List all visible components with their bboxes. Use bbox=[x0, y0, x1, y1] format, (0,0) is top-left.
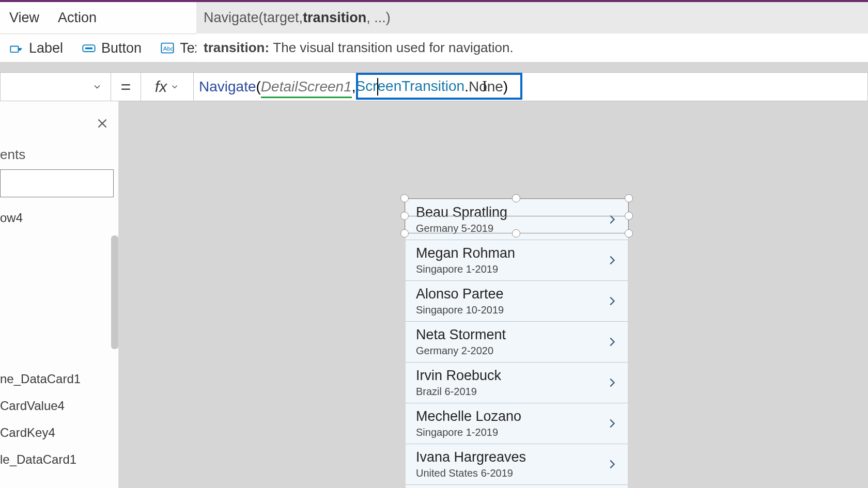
formula-input[interactable]: Navigate(DetailScreen1, ScreenTransition… bbox=[194, 72, 868, 101]
chevron-down-icon bbox=[92, 82, 102, 92]
chevron-right-icon[interactable] bbox=[606, 212, 617, 227]
formula-token-enum: ScreenTransition bbox=[356, 78, 465, 96]
tree-view-panel: ents ow4 ne_DataCard1 CardValue4 CardKey… bbox=[0, 101, 119, 488]
list-item-name: Megan Rohman bbox=[416, 245, 515, 261]
close-icon bbox=[96, 117, 109, 130]
equals-label: = bbox=[111, 72, 141, 101]
close-panel-button[interactable] bbox=[96, 117, 109, 132]
list-item[interactable]: Ivana HargreavesUnited States 6-2019 bbox=[406, 444, 628, 485]
formula-token-paren-close: ) bbox=[503, 78, 508, 95]
list-item-sub: Germany 2-2020 bbox=[416, 345, 506, 357]
list-item[interactable]: Megan RohmanSingapore 1-2019 bbox=[406, 240, 628, 281]
list-item-name: Ivana Hargreaves bbox=[416, 449, 526, 465]
button-icon bbox=[82, 41, 96, 55]
svg-text:Abc: Abc bbox=[163, 45, 174, 52]
insert-label-text: Label bbox=[29, 40, 63, 56]
menu-action[interactable]: Action bbox=[49, 10, 106, 26]
list-item[interactable]: Mechelle LozanoSingapore 1-2019 bbox=[406, 403, 628, 444]
list-item-sub: United States 6-2019 bbox=[416, 467, 526, 479]
list-item-sub: Singapore 10-2019 bbox=[416, 304, 504, 316]
chevron-right-icon[interactable] bbox=[606, 334, 617, 350]
tree-item[interactable]: CardKey4 bbox=[0, 419, 118, 446]
list-item[interactable]: Neta StormentGermany 2-2020 bbox=[406, 322, 628, 363]
list-item-sub: Brazil 6-2019 bbox=[416, 386, 501, 398]
list-item-name: Neta Storment bbox=[416, 327, 506, 343]
insert-button-text: Button bbox=[101, 40, 142, 56]
list-item-sub: Germany 5-2019 bbox=[416, 223, 507, 234]
svg-rect-0 bbox=[10, 46, 18, 53]
formula-token-dot: . bbox=[464, 78, 469, 95]
tree-search-input[interactable] bbox=[0, 169, 114, 197]
property-selector[interactable] bbox=[0, 72, 111, 101]
chevron-right-icon[interactable] bbox=[606, 416, 617, 431]
list-item-sub: Singapore 1-2019 bbox=[416, 427, 521, 438]
parameter-description: transition: The visual transition used f… bbox=[196, 34, 868, 62]
list-item[interactable]: Beau Spratling Germany 5-2019 bbox=[406, 199, 628, 240]
list-item[interactable]: Irvin RoebuckBrazil 6-2019 bbox=[406, 363, 628, 403]
list-item-name: Alonso Partee bbox=[416, 286, 504, 302]
panel-heading: ents bbox=[0, 147, 25, 163]
hint-fn: Navigate bbox=[204, 10, 259, 26]
hint-post: , ...) bbox=[366, 10, 391, 26]
param-name: transition: bbox=[204, 40, 269, 56]
insert-button-button[interactable]: Button bbox=[72, 40, 151, 56]
tree-item[interactable]: CardValue4 bbox=[0, 392, 118, 419]
list-item[interactable]: Elouise Stanwood bbox=[406, 485, 628, 488]
list-item[interactable]: Alonso ParteeSingapore 10-2019 bbox=[406, 281, 628, 322]
label-icon bbox=[9, 41, 24, 55]
gallery-control[interactable]: Beau Spratling Germany 5-2019 Megan Rohm… bbox=[406, 199, 628, 488]
list-item-name: Irvin Roebuck bbox=[416, 368, 501, 384]
function-signature-hint: Navigate(target, transition, ...) bbox=[196, 2, 868, 34]
list-item-sub: Singapore 1-2019 bbox=[416, 263, 515, 275]
formula-bar: = fx Navigate(DetailScreen1, ScreenTrans… bbox=[0, 72, 868, 101]
tree-item[interactable]: le_DataCard1 bbox=[0, 446, 118, 473]
svg-rect-2 bbox=[85, 48, 92, 50]
fx-icon: fx bbox=[155, 78, 167, 96]
insert-label-button[interactable]: Label bbox=[0, 40, 72, 56]
design-canvas[interactable]: Beau Spratling Germany 5-2019 Megan Rohm… bbox=[127, 101, 868, 488]
list-item-name: Beau Spratling bbox=[416, 204, 507, 221]
chevron-right-icon[interactable] bbox=[606, 375, 617, 390]
param-desc: The visual transition used for navigatio… bbox=[273, 40, 513, 56]
hint-current-param: transition bbox=[303, 10, 366, 26]
chevron-right-icon[interactable] bbox=[606, 253, 617, 268]
menu-bar: View Action bbox=[0, 2, 196, 34]
formula-token-paren: ( bbox=[256, 78, 261, 95]
formula-token-target: DetailScreen1 bbox=[261, 78, 352, 95]
menu-view[interactable]: View bbox=[0, 10, 49, 26]
hint-pre: (target, bbox=[259, 10, 303, 26]
chevron-right-icon[interactable] bbox=[606, 456, 617, 472]
fx-button[interactable]: fx bbox=[141, 72, 194, 101]
formula-token-function: Navigate bbox=[199, 78, 256, 95]
insert-toolbar: Label Button Abc Text bbox=[0, 34, 196, 62]
list-item-name: Mechelle Lozano bbox=[416, 408, 521, 424]
chevron-right-icon[interactable] bbox=[606, 293, 617, 309]
tree-item[interactable]: ow4 bbox=[0, 204, 118, 231]
text-cursor-icon: I bbox=[482, 77, 487, 95]
chevron-down-icon bbox=[170, 82, 179, 91]
control-tree: ow4 ne_DataCard1 CardValue4 CardKey4 le_… bbox=[0, 204, 118, 488]
tree-scrollbar[interactable] bbox=[111, 235, 118, 349]
tree-item[interactable]: ne_DataCard1 bbox=[0, 366, 118, 392]
formula-token-comma: , bbox=[352, 78, 356, 95]
text-icon: Abc bbox=[160, 41, 175, 55]
